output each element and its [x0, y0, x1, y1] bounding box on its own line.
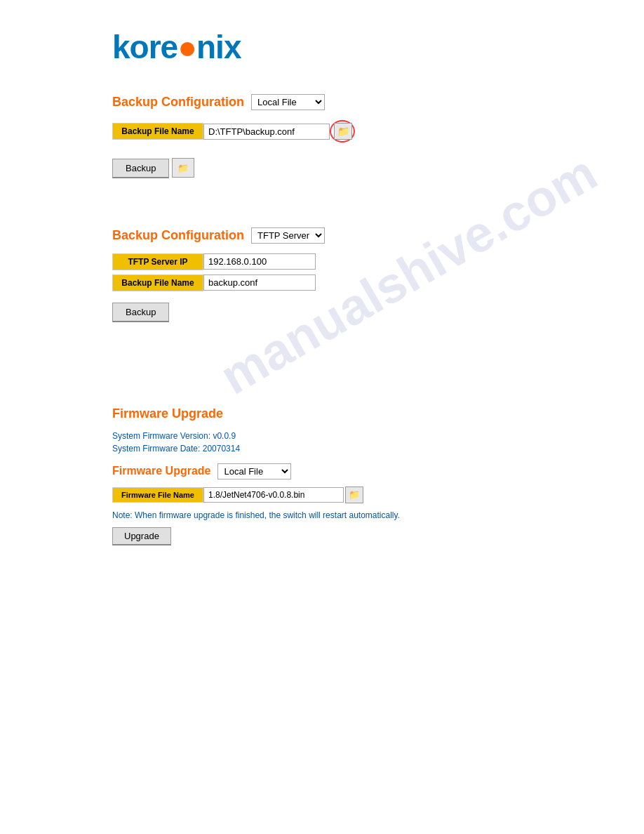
firmware-date-label: System Firmware Date: — [112, 444, 200, 454]
firmware-date-value: 20070314 — [203, 444, 240, 454]
logo: kore●nix — [112, 28, 532, 66]
firmware-version-info: System Firmware Version: v0.0.9 — [112, 431, 532, 441]
firmware-version-value: v0.0.9 — [213, 431, 236, 441]
folder-icon-standalone[interactable]: 📁 — [172, 158, 194, 178]
backup-file-name-input[interactable] — [203, 124, 330, 140]
backup-button-tftp[interactable]: Backup — [112, 303, 169, 322]
firmware-browse-button[interactable]: 📁 — [345, 486, 363, 503]
backup-file-name-tftp-label: Backup File Name — [112, 274, 203, 291]
firmware-upgrade-title: Firmware Upgrade — [112, 406, 223, 421]
firmware-upgrade-section: Firmware Upgrade System Firmware Version… — [112, 406, 532, 545]
tftp-server-ip-label: TFTP Server IP — [112, 253, 203, 270]
backup-file-name-tftp-row: Backup File Name — [112, 274, 532, 291]
logo-r: r — [149, 29, 161, 65]
firmware-upgrade-dropdown[interactable]: Local File TFTP Server — [217, 463, 291, 479]
firmware-folder-icon: 📁 — [349, 489, 360, 500]
backup-config-local-section: Backup Configuration Local File TFTP Ser… — [112, 94, 532, 178]
browse-button-local[interactable]: 📁 — [334, 123, 352, 140]
backup-config-tftp-header: Backup Configuration Local File TFTP Ser… — [112, 227, 532, 244]
backup-config-tftp-title: Backup Configuration — [112, 228, 244, 243]
logo-dot-circle: ● — [177, 29, 196, 65]
backup-button-local[interactable]: Backup — [112, 159, 169, 178]
tftp-server-ip-input[interactable] — [203, 253, 316, 270]
firmware-upgrade-row: Firmware Upgrade Local File TFTP Server — [112, 463, 532, 479]
firmware-file-name-input[interactable] — [203, 487, 344, 503]
firmware-version-label: System Firmware Version: — [112, 431, 210, 441]
browse-btn-highlighted-wrapper: 📁 — [330, 120, 355, 143]
firmware-note: Note: When firmware upgrade is finished,… — [112, 510, 532, 520]
logo-o: o — [130, 29, 149, 65]
backup-config-local-header: Backup Configuration Local File TFTP Ser… — [112, 94, 532, 110]
folder-standalone-icon: 📁 — [177, 163, 189, 173]
folder-icon: 📁 — [337, 126, 349, 137]
logo-nix: nix — [196, 29, 241, 65]
logo-e: e — [161, 29, 178, 65]
firmware-file-name-row: Firmware File Name 📁 — [112, 486, 532, 503]
backup-config-tftp-section: Backup Configuration Local File TFTP Ser… — [112, 227, 532, 322]
backup-config-local-dropdown-wrapper: Local File TFTP Server — [251, 94, 325, 110]
backup-config-local-dropdown[interactable]: Local File TFTP Server — [251, 94, 325, 110]
backup-config-tftp-dropdown[interactable]: Local File TFTP Server — [251, 227, 325, 244]
firmware-date-info: System Firmware Date: 20070314 — [112, 444, 532, 454]
backup-config-tftp-dropdown-wrapper: Local File TFTP Server — [251, 227, 325, 244]
logo-k: k — [112, 29, 130, 65]
backup-file-name-tftp-input[interactable] — [203, 274, 316, 291]
backup-file-name-label: Backup File Name — [112, 123, 203, 140]
backup-file-name-row: Backup File Name 📁 — [112, 120, 532, 143]
upgrade-button[interactable]: Upgrade — [112, 527, 171, 545]
firmware-file-name-label: Firmware File Name — [112, 487, 203, 503]
backup-config-local-title: Backup Configuration — [112, 95, 244, 110]
firmware-upgrade-label: Firmware Upgrade — [112, 465, 210, 477]
tftp-server-ip-row: TFTP Server IP — [112, 253, 532, 270]
logo-text: kore●nix — [112, 29, 241, 65]
firmware-upgrade-header: Firmware Upgrade — [112, 406, 532, 421]
